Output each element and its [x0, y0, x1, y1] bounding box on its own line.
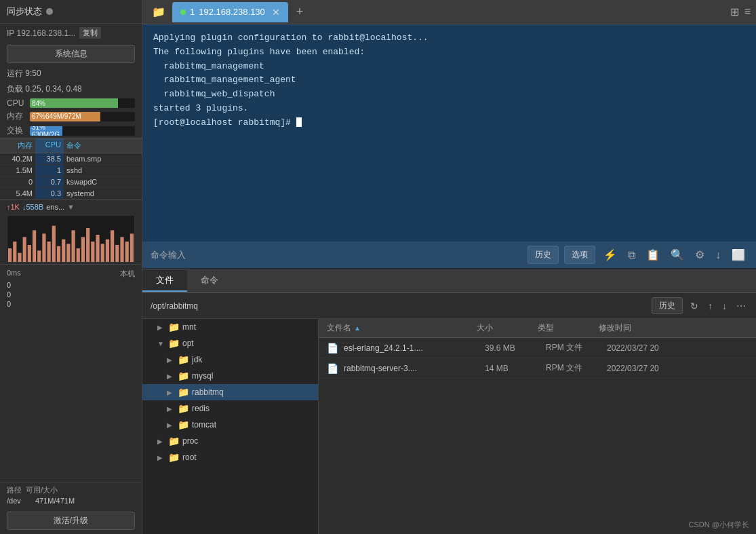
- tab-number: 1: [190, 7, 195, 17]
- file-list-header: 文件名 ▲ 大小 类型 修改时间: [319, 319, 756, 338]
- menu-icon[interactable]: ≡: [744, 5, 751, 18]
- col-size[interactable]: 大小: [477, 322, 538, 334]
- folder-icon: 📁: [168, 338, 180, 349]
- download-icon[interactable]: ↓: [713, 248, 723, 263]
- terminal[interactable]: Applying plugin configuration to rabbit@…: [142, 24, 756, 242]
- folder-icon: 📁: [168, 436, 180, 446]
- tree-item[interactable]: ▶ 📁 root: [142, 449, 318, 465]
- disk-section: 路径 可用/大小 /dev 471M/471M: [0, 482, 142, 508]
- latency-ms: 0ms: [7, 269, 21, 279]
- folder-download-icon[interactable]: ↓: [720, 301, 729, 311]
- active-tab[interactable]: 1 192.168.238.130 ✕: [172, 2, 288, 22]
- tab-file[interactable]: 文件: [142, 270, 187, 292]
- file-type: RPM 文件: [546, 342, 607, 354]
- copy-button[interactable]: 复制: [79, 27, 101, 39]
- proc-row[interactable]: 1.5M 1 sshd: [0, 165, 142, 176]
- net-chevron-icon[interactable]: ▼: [67, 203, 75, 211]
- options-button[interactable]: 选项: [564, 246, 595, 264]
- cpu-value: 84%: [32, 100, 45, 107]
- gear-icon[interactable]: ⚙: [692, 247, 707, 263]
- tree-item[interactable]: ▶ 📁 jdk: [142, 351, 318, 368]
- terminal-line: The following plugins have been enabled:: [153, 45, 745, 60]
- copy-icon[interactable]: ⧉: [625, 248, 638, 263]
- proc-row[interactable]: 5.4M 0.3 systemd: [0, 188, 142, 199]
- terminal-line: rabbitmq_management: [153, 60, 745, 74]
- net-down: ↓558B: [22, 203, 43, 211]
- latency-machine: 本机: [120, 269, 135, 279]
- expand-icon[interactable]: ⬜: [729, 247, 748, 263]
- tab-cmd[interactable]: 命令: [187, 270, 232, 292]
- cmd-input[interactable]: [191, 250, 522, 260]
- folder-icon: 📁: [168, 452, 180, 463]
- tree-label: redis: [192, 404, 210, 413]
- file-row[interactable]: 📄 esl-erlang_24.2.1-1.... 39.6 MB RPM 文件…: [319, 338, 756, 358]
- sidebar-header: 同步状态: [0, 0, 142, 24]
- tree-item[interactable]: ▶ 📁 tomcat: [142, 417, 318, 433]
- sysinfo-button[interactable]: 系统信息: [7, 45, 135, 63]
- tree-item[interactable]: ▶ 📁 rabbitmq: [142, 384, 318, 400]
- file-history-button[interactable]: 历史: [652, 297, 683, 314]
- tree-item[interactable]: ▶ 📁 redis: [142, 400, 318, 417]
- load-label: 负载 0.25, 0.34, 0.48: [7, 84, 82, 94]
- file-row[interactable]: 📄 rabbitmq-server-3.... 14 MB RPM 文件 202…: [319, 358, 756, 379]
- col-date[interactable]: 修改时间: [599, 322, 749, 334]
- tree-label: proc: [182, 436, 198, 446]
- history-button[interactable]: 历史: [528, 246, 559, 264]
- svg-rect-15: [81, 237, 85, 262]
- svg-rect-21: [111, 230, 114, 262]
- proc-row[interactable]: 0 0.7 kswapdC: [0, 176, 142, 188]
- mem-bar: 67%649M/972M: [30, 112, 100, 121]
- folder-tab-icon[interactable]: 📁: [148, 5, 170, 18]
- tree-item[interactable]: ▼ 📁 opt: [142, 335, 318, 351]
- proc-col-cpu[interactable]: CPU: [35, 138, 64, 153]
- cmd-bar: 命令输入 历史 选项 ⚡ ⧉ 📋 🔍 ⚙ ↓ ⬜: [142, 242, 756, 269]
- paste-icon[interactable]: 📋: [643, 247, 662, 263]
- search-icon[interactable]: 🔍: [668, 247, 687, 263]
- proc-row[interactable]: 40.2M 38.5 beam.smp: [0, 153, 142, 165]
- svg-rect-17: [91, 242, 94, 262]
- file-path-bar: /opt/rabbitmq 历史 ↻ ↑ ↓ ⋯: [142, 293, 756, 319]
- upgrade-button[interactable]: 激活/升级: [7, 512, 135, 530]
- mem-value: 67%649M/972M: [32, 113, 81, 120]
- tree-label: mysql: [192, 371, 213, 381]
- folder-icon: 📁: [178, 370, 189, 381]
- col-name[interactable]: 文件名 ▲: [327, 322, 477, 334]
- tree-item[interactable]: ▶ 📁 mnt: [142, 319, 318, 335]
- svg-rect-6: [37, 250, 41, 262]
- proc-col-mem[interactable]: 内存: [0, 138, 35, 153]
- file-date: 2022/03/27 20: [607, 364, 748, 373]
- proc-table-header: 内存 CPU 命令: [0, 138, 142, 153]
- cpu-label: CPU: [7, 98, 26, 108]
- terminal-line: started 3 plugins.: [153, 102, 745, 116]
- folder-icon: 📁: [178, 387, 189, 398]
- tab-add-icon[interactable]: +: [291, 5, 309, 19]
- grid-icon[interactable]: ⊞: [730, 5, 739, 18]
- proc-cell-cpu: 38.5: [35, 153, 64, 164]
- svg-rect-22: [115, 245, 119, 262]
- file-type: RPM 文件: [546, 362, 607, 374]
- tree-arrow-icon: ▶: [167, 405, 175, 413]
- more-icon[interactable]: ⋯: [734, 301, 748, 311]
- tab-connection-dot: [180, 9, 186, 15]
- folder-icon: 📁: [168, 322, 180, 332]
- cmd-input-label: 命令输入: [151, 249, 186, 261]
- tree-item[interactable]: ▶ 📁 mysql: [142, 368, 318, 384]
- proc-col-cmd[interactable]: 命令: [64, 138, 142, 153]
- lightning-icon[interactable]: ⚡: [601, 247, 620, 263]
- svg-rect-8: [47, 242, 51, 262]
- main-area: 📁 1 192.168.238.130 ✕ + ⊞ ≡ Applying plu…: [142, 0, 756, 534]
- tree-item[interactable]: ▶ 📁 proc: [142, 433, 318, 449]
- col-type[interactable]: 类型: [538, 322, 599, 334]
- sync-status-dot: [46, 8, 53, 15]
- latency-val-0: 0: [7, 280, 135, 290]
- svg-rect-11: [62, 240, 65, 262]
- upload-icon[interactable]: ↑: [706, 301, 715, 311]
- svg-rect-23: [120, 237, 123, 262]
- file-tree: ▶ 📁 mnt▼ 📁 opt▶ 📁 jdk▶ 📁 mys: [142, 319, 319, 534]
- file-content: ▶ 📁 mnt▼ 📁 opt▶ 📁 jdk▶ 📁 mys: [142, 319, 756, 534]
- tab-close-icon[interactable]: ✕: [272, 7, 280, 18]
- refresh-icon[interactable]: ↻: [688, 301, 700, 311]
- proc-cell-cpu: 1: [35, 165, 64, 176]
- svg-rect-5: [33, 230, 36, 262]
- section-tabs: 文件 命令: [142, 269, 756, 293]
